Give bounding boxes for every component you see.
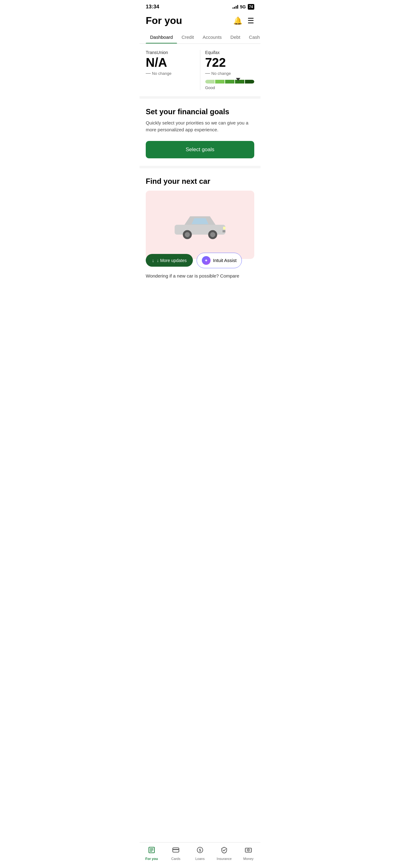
menu-icon[interactable]: ☰ (247, 17, 254, 25)
tab-dashboard[interactable]: Dashboard (146, 31, 177, 43)
svg-rect-0 (174, 225, 226, 235)
header-actions: 🔔 ☰ (233, 17, 254, 25)
svg-point-2 (185, 232, 190, 237)
tab-debt[interactable]: Debt (226, 31, 245, 43)
equifax-source: Equifax (205, 50, 255, 55)
page-header: For you 🔔 ☰ (139, 12, 261, 31)
status-time: 13:34 (146, 4, 159, 10)
section-divider-1 (139, 96, 261, 99)
score-triangle-icon (236, 78, 240, 81)
score-bar (205, 80, 255, 84)
status-bar: 13:34 5G 74 (139, 0, 261, 12)
navigation-tabs: Dashboard Credit Accounts Debt Cash flo… (139, 31, 261, 44)
equifax-panel: Equifax 722 — No change Good (200, 50, 255, 90)
signal-icon (233, 5, 238, 9)
battery-indicator: 74 (248, 4, 254, 10)
download-icon: ↓ (152, 258, 155, 263)
score-meter: Good (205, 80, 255, 90)
goals-section: Set your financial goals Quickly select … (139, 99, 261, 166)
transunion-source: TransUnion (146, 50, 195, 55)
credit-section: TransUnion N/A — No change Equifax 722 —… (139, 44, 261, 96)
section-divider-2 (139, 166, 261, 168)
tab-credit[interactable]: Credit (177, 31, 198, 43)
svg-point-4 (210, 232, 215, 237)
goals-title: Set your financial goals (146, 107, 254, 116)
wondering-text: Wondering if a new car is possible? Comp… (139, 268, 261, 285)
transunion-panel: TransUnion N/A — No change (146, 50, 200, 90)
status-icons: 5G 74 (233, 4, 254, 10)
goals-description: Quickly select your priorities so we can… (146, 120, 254, 133)
equifax-change: — No change (205, 70, 255, 76)
equifax-rating: Good (205, 85, 255, 90)
notification-icon[interactable]: 🔔 (233, 17, 242, 25)
more-updates-area: ↓ ↓ More updates ✦ Intuit Assist (139, 253, 261, 268)
tab-accounts[interactable]: Accounts (198, 31, 226, 43)
network-type: 5G (240, 4, 246, 9)
transunion-score: N/A (146, 56, 195, 69)
car-section-title: Find your next car (146, 177, 254, 186)
page-title: For you (146, 15, 182, 26)
car-illustration (169, 206, 231, 243)
svg-rect-6 (223, 230, 226, 232)
transunion-change: — No change (146, 70, 195, 76)
intuit-assist-button[interactable]: ✦ Intuit Assist (197, 253, 242, 268)
car-section: Find your next car (139, 168, 261, 259)
equifax-score: 722 (205, 56, 255, 69)
svg-rect-5 (223, 227, 226, 229)
select-goals-button[interactable]: Select goals (146, 141, 254, 158)
intuit-assist-icon: ✦ (202, 256, 210, 265)
more-updates-button[interactable]: ↓ ↓ More updates (146, 254, 193, 267)
tab-cashflow[interactable]: Cash flo… (245, 31, 261, 43)
car-image-container (146, 191, 254, 259)
